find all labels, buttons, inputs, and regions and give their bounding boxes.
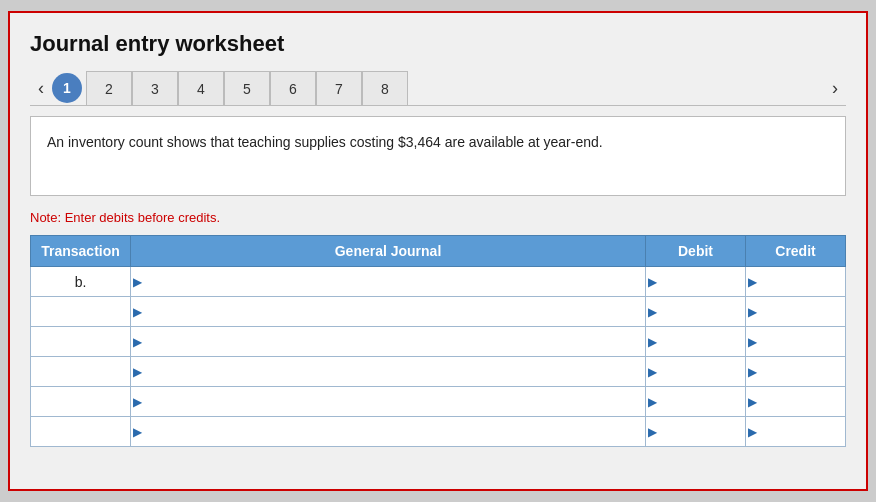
credit-cell-4[interactable]: ▶ xyxy=(746,357,846,387)
table-row: b. ▶ ▶ ▶ xyxy=(31,267,846,297)
header-credit: Credit xyxy=(746,236,846,267)
gj-arrow-4: ▶ xyxy=(133,365,142,379)
description-text: An inventory count shows that teaching s… xyxy=(47,134,603,150)
tab-1[interactable]: 1 xyxy=(52,73,82,103)
debit-arrow-4: ▶ xyxy=(648,365,657,379)
gj-cell-1[interactable]: ▶ xyxy=(131,267,646,297)
credit-cell-1[interactable]: ▶ xyxy=(746,267,846,297)
description-box: An inventory count shows that teaching s… xyxy=(30,116,846,196)
gj-cell-2[interactable]: ▶ xyxy=(131,297,646,327)
gj-arrow-1: ▶ xyxy=(133,275,142,289)
gj-cell-3[interactable]: ▶ xyxy=(131,327,646,357)
gj-arrow-6: ▶ xyxy=(133,425,142,439)
next-arrow[interactable]: › xyxy=(824,75,846,101)
journal-table: Transaction General Journal Debit Credit… xyxy=(30,235,846,447)
debit-arrow-3: ▶ xyxy=(648,335,657,349)
debit-cell-5[interactable]: ▶ xyxy=(646,387,746,417)
transaction-cell-6 xyxy=(31,417,131,447)
header-general-journal: General Journal xyxy=(131,236,646,267)
transaction-cell-2 xyxy=(31,297,131,327)
credit-arrow-2: ▶ xyxy=(748,305,757,319)
note-text: Note: Enter debits before credits. xyxy=(30,210,846,225)
page-title: Journal entry worksheet xyxy=(30,31,846,57)
tab-navigation: ‹ 1 2 3 4 5 6 7 8 › xyxy=(30,71,846,106)
credit-cell-2[interactable]: ▶ xyxy=(746,297,846,327)
table-row: ▶ ▶ ▶ xyxy=(31,327,846,357)
transaction-cell-3 xyxy=(31,327,131,357)
tab-5[interactable]: 5 xyxy=(224,71,270,105)
gj-cell-6[interactable]: ▶ xyxy=(131,417,646,447)
credit-arrow-6: ▶ xyxy=(748,425,757,439)
prev-arrow[interactable]: ‹ xyxy=(30,75,52,101)
credit-arrow-1: ▶ xyxy=(748,275,757,289)
gj-arrow-5: ▶ xyxy=(133,395,142,409)
debit-cell-2[interactable]: ▶ xyxy=(646,297,746,327)
debit-cell-3[interactable]: ▶ xyxy=(646,327,746,357)
credit-arrow-4: ▶ xyxy=(748,365,757,379)
tab-4[interactable]: 4 xyxy=(178,71,224,105)
gj-arrow-3: ▶ xyxy=(133,335,142,349)
debit-cell-4[interactable]: ▶ xyxy=(646,357,746,387)
debit-arrow-1: ▶ xyxy=(648,275,657,289)
main-window: Journal entry worksheet ‹ 1 2 3 4 5 6 7 … xyxy=(8,11,868,491)
gj-cell-4[interactable]: ▶ xyxy=(131,357,646,387)
credit-arrow-3: ▶ xyxy=(748,335,757,349)
tab-3[interactable]: 3 xyxy=(132,71,178,105)
transaction-cell-4 xyxy=(31,357,131,387)
gj-cell-5[interactable]: ▶ xyxy=(131,387,646,417)
header-transaction: Transaction xyxy=(31,236,131,267)
tab-list: 1 2 3 4 5 6 7 8 xyxy=(52,71,824,105)
table-row: ▶ ▶ ▶ xyxy=(31,387,846,417)
credit-cell-6[interactable]: ▶ xyxy=(746,417,846,447)
transaction-cell-5 xyxy=(31,387,131,417)
tab-8[interactable]: 8 xyxy=(362,71,408,105)
tab-7[interactable]: 7 xyxy=(316,71,362,105)
debit-arrow-6: ▶ xyxy=(648,425,657,439)
debit-arrow-5: ▶ xyxy=(648,395,657,409)
debit-cell-6[interactable]: ▶ xyxy=(646,417,746,447)
table-row: ▶ ▶ ▶ xyxy=(31,417,846,447)
credit-arrow-5: ▶ xyxy=(748,395,757,409)
transaction-cell-1: b. xyxy=(31,267,131,297)
header-debit: Debit xyxy=(646,236,746,267)
tab-2[interactable]: 2 xyxy=(86,71,132,105)
table-row: ▶ ▶ ▶ xyxy=(31,357,846,387)
table-row: ▶ ▶ ▶ xyxy=(31,297,846,327)
gj-arrow-2: ▶ xyxy=(133,305,142,319)
credit-cell-3[interactable]: ▶ xyxy=(746,327,846,357)
debit-cell-1[interactable]: ▶ xyxy=(646,267,746,297)
credit-cell-5[interactable]: ▶ xyxy=(746,387,846,417)
tab-6[interactable]: 6 xyxy=(270,71,316,105)
debit-arrow-2: ▶ xyxy=(648,305,657,319)
